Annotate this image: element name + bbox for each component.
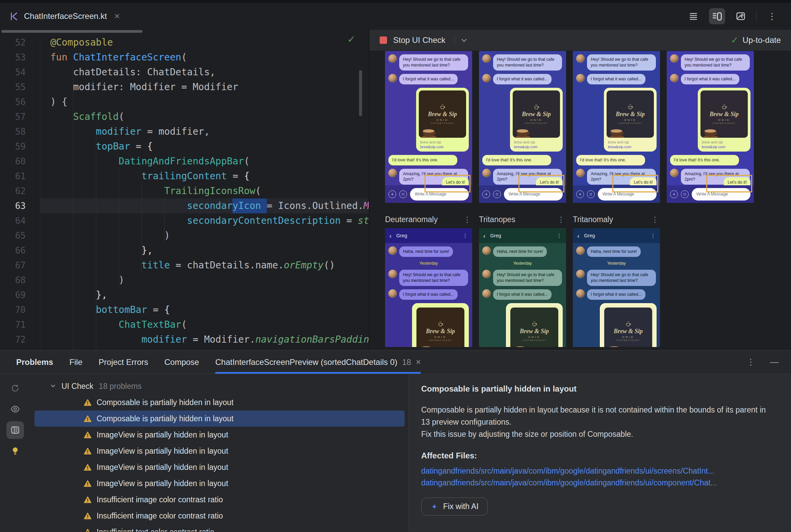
refresh-icon[interactable]: [6, 379, 24, 397]
emoji-icon[interactable]: ☺: [399, 190, 407, 198]
shared-link-card[interactable]: Brew & SipONIDCOFFEETCNSIDYbrew and sipb…: [600, 303, 657, 347]
preview-phone[interactable]: Hey! Should we go to that cafe you menti…: [667, 51, 754, 203]
problem-list-item[interactable]: Composable is partially hidden in layout: [34, 394, 405, 411]
emoji-icon[interactable]: ☺: [587, 190, 595, 198]
code-line[interactable]: 55 modifier: Modifier = Modifier: [0, 80, 369, 95]
card-link[interactable]: brew&sip.com: [700, 145, 748, 149]
code-line[interactable]: 64 secondaryContentDescription = strin: [0, 213, 369, 228]
inspections-ok-icon[interactable]: ✓: [348, 34, 355, 45]
code-line[interactable]: 67 title = chatDetails.name.orEmpty(): [0, 258, 369, 273]
back-arrow-icon[interactable]: ‹: [389, 233, 391, 239]
shared-link-card[interactable]: Brew & SipONIDCOFFEETCNSIDYbrew and sipb…: [506, 303, 563, 347]
tab-chatinterfacescreenpreview[interactable]: ChatInterfaceScreenPreview (sortedChatDe…: [215, 350, 421, 374]
problem-list-item[interactable]: Insufficient image color contrast ratio: [34, 508, 405, 524]
preview-phone[interactable]: ‹Greg⋮Haha, next time for sure!Yesterday…: [385, 228, 472, 347]
card-link[interactable]: brew&sip.com: [513, 145, 560, 149]
problem-list-item[interactable]: ImageView is partially hidden in layout: [34, 475, 405, 492]
problem-list-item[interactable]: Insufficient text color contrast ratio: [34, 524, 405, 532]
fix-button-label: Fix with AI: [443, 502, 479, 511]
preview-view-button[interactable]: [733, 8, 749, 24]
shared-link-card[interactable]: Brew & SipONIDCOFFEETCNSIDYbrew and sipb…: [604, 88, 657, 152]
preview-phone[interactable]: Hey! Should we go to that cafe you menti…: [385, 51, 472, 203]
code-line[interactable]: 57 Scaffold(: [0, 109, 369, 124]
problems-list[interactable]: UI Check18 problemsComposable is partial…: [31, 374, 409, 532]
chevron-down-icon[interactable]: [461, 37, 467, 43]
tab-close-icon[interactable]: ×: [114, 11, 119, 22]
code-line[interactable]: 62 TrailingIconsRow(: [0, 184, 369, 198]
affected-file-link[interactable]: datingandfriends/src/main/java/com/ibm/g…: [421, 478, 776, 488]
shared-link-card[interactable]: Brew & SipONIDCOFFEETCNSIDYbrew and sipb…: [510, 88, 563, 152]
code-line[interactable]: 69 },: [0, 288, 369, 302]
app-bar-kebab-icon[interactable]: ⋮: [557, 233, 562, 239]
add-attachment-icon[interactable]: +: [388, 190, 396, 198]
shared-link-card[interactable]: Brew & SipONIDCOFFEETCNSIDYbrew and sipb…: [416, 88, 469, 152]
code-line[interactable]: 70 bottomBar = {: [0, 302, 369, 317]
code-editor[interactable]: ✓ 52@Composable53fun ChatInterfaceScreen…: [0, 30, 369, 350]
fix-with-ai-button[interactable]: Fix with AI: [421, 498, 488, 515]
problem-list-item[interactable]: ImageView is partially hidden in layout: [34, 459, 405, 475]
problem-list-item[interactable]: ImageView is partially hidden in layout: [34, 443, 405, 459]
chevron-down-icon[interactable]: [50, 382, 56, 391]
tab-compose[interactable]: Compose: [165, 350, 199, 374]
vertical-scrollbar-thumb[interactable]: [359, 70, 362, 116]
steaming-cup-icon: [531, 321, 538, 327]
code-line[interactable]: 56) {: [0, 95, 369, 109]
stop-ui-check-button[interactable]: Stop UI Check: [393, 35, 445, 45]
code-line[interactable]: 68 ): [0, 273, 369, 288]
problem-list-item[interactable]: ImageView is partially hidden in layout: [34, 427, 405, 443]
preview-phone[interactable]: ‹Greg⋮Haha, next time for sure!Yesterday…: [573, 228, 660, 347]
code-view-button[interactable]: [685, 8, 701, 24]
preview-phone[interactable]: ‹Greg⋮Haha, next time for sure!Yesterday…: [479, 228, 566, 347]
card-link[interactable]: brew&sip.com: [419, 145, 466, 149]
config-kebab-icon[interactable]: ⋮: [557, 215, 565, 224]
app-bar-kebab-icon[interactable]: ⋮: [463, 233, 468, 239]
back-arrow-icon[interactable]: ‹: [577, 233, 579, 239]
code-line[interactable]: 52@Composable: [0, 35, 369, 50]
code-line[interactable]: 59 topBar = {: [0, 139, 369, 154]
add-attachment-icon[interactable]: +: [482, 190, 490, 198]
add-attachment-icon[interactable]: +: [576, 190, 584, 198]
tab-file[interactable]: File: [69, 350, 82, 374]
config-kebab-icon[interactable]: ⋮: [651, 215, 659, 224]
code-line[interactable]: 72 modifier = Modifier.navigationBarsPad…: [0, 332, 369, 347]
emoji-icon[interactable]: ☺: [681, 190, 689, 198]
tab-project-errors[interactable]: Project Errors: [99, 350, 148, 374]
problems-group-header[interactable]: UI Check18 problems: [31, 378, 409, 394]
split-view-button[interactable]: [709, 8, 725, 24]
preview-canvas[interactable]: Hey! Should we go to that cafe you menti…: [369, 51, 791, 350]
code-line[interactable]: 66 },: [0, 243, 369, 258]
code-line[interactable]: 61 trailingContent = {: [0, 169, 369, 184]
editor-tab-chatinterfacescreen[interactable]: ChatInterfaceScreen.kt ×: [0, 3, 129, 30]
app-bar-kebab-icon[interactable]: ⋮: [650, 233, 656, 239]
stop-icon[interactable]: [380, 36, 387, 44]
code-line[interactable]: 63 secondaryIcon = Icons.Outlined.More: [0, 198, 369, 213]
code-line[interactable]: 53fun ChatInterfaceScreen(: [0, 50, 369, 65]
lightbulb-icon[interactable]: [6, 442, 24, 460]
preview-phone[interactable]: Hey! Should we go to that cafe you menti…: [573, 51, 660, 203]
shared-link-card[interactable]: Brew & SipONIDCOFFEETCNSIDYbrew and sipb…: [412, 303, 469, 347]
affected-file-link[interactable]: datingandfriends/src/main/java/com/ibm/g…: [421, 467, 776, 476]
preview-phone[interactable]: Hey! Should we go to that cafe you menti…: [479, 51, 566, 203]
card-link[interactable]: brew&sip.com: [607, 145, 654, 149]
emoji-icon[interactable]: ☺: [493, 190, 501, 198]
more-options-kebab-icon[interactable]: ⋮: [764, 8, 780, 24]
code-line[interactable]: 58 modifier = modifier,: [0, 124, 369, 139]
panel-options-kebab-icon[interactable]: ⋮: [747, 357, 755, 367]
tab-close-icon[interactable]: ×: [416, 357, 421, 367]
code-line[interactable]: 54 chatDetails: ChatDetails,: [0, 65, 369, 80]
code-line[interactable]: 60 DatingAndFriendsAppBar(: [0, 154, 369, 169]
preview-eye-icon[interactable]: [6, 400, 24, 418]
config-kebab-icon[interactable]: ⋮: [463, 215, 471, 224]
code-text: topBar = {: [40, 139, 369, 154]
show-details-panel-icon[interactable]: [6, 421, 24, 439]
problem-list-item[interactable]: Composable is partially hidden in layout: [34, 411, 405, 427]
code-line[interactable]: 65 ): [0, 228, 369, 243]
code-line[interactable]: 71 ChatTextBar(: [0, 317, 369, 332]
chat-message-received: I forgot what it was called...: [576, 289, 657, 300]
problem-list-item[interactable]: Insufficient image color contrast ratio: [34, 492, 405, 508]
back-arrow-icon[interactable]: ‹: [483, 233, 485, 239]
add-attachment-icon[interactable]: +: [670, 190, 678, 198]
horizontal-scrollbar-thumb[interactable]: [1, 30, 143, 33]
minimize-panel-icon[interactable]: —: [770, 357, 779, 367]
shared-link-card[interactable]: Brew & SipONIDCOFFEETCNSIDYbrew and sipb…: [698, 88, 751, 152]
